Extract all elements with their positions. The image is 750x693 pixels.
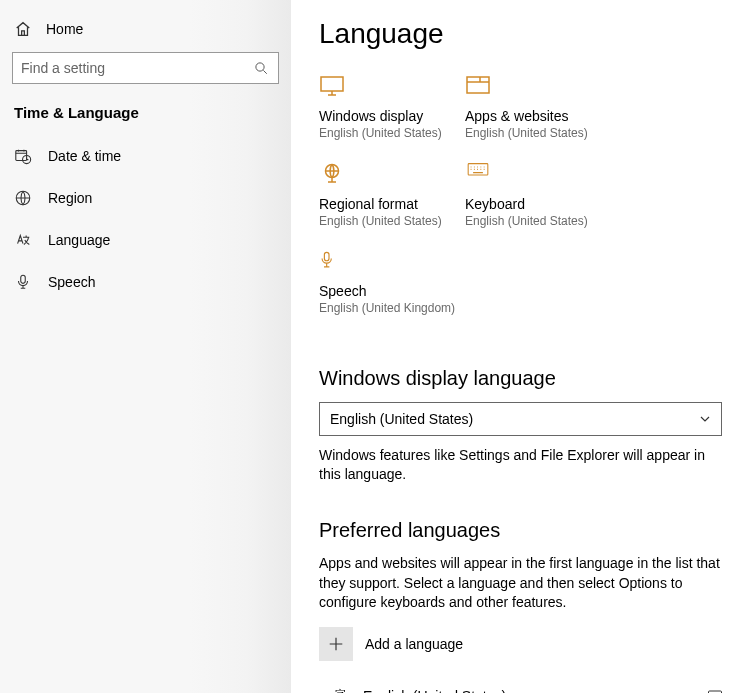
keyboard-icon	[465, 162, 491, 184]
tile-windows-display[interactable]: Windows display English (United States)	[319, 74, 465, 142]
sidebar-item-date-time[interactable]: Date & time	[0, 135, 291, 177]
svg-rect-5	[321, 77, 343, 91]
display-icon	[319, 74, 345, 96]
display-language-dropdown[interactable]: English (United States)	[319, 402, 722, 436]
main-content: Language Windows display English (United…	[291, 0, 750, 693]
page-title: Language	[319, 18, 722, 50]
tile-sublabel: English (United States)	[319, 214, 465, 230]
tile-label: Regional format	[319, 196, 465, 212]
tile-sublabel: English (United States)	[319, 126, 465, 142]
preferred-languages-description: Apps and websites will appear in the fir…	[319, 554, 722, 613]
language-icon	[14, 231, 32, 249]
sidebar-item-label: Date & time	[48, 148, 121, 164]
sidebar-section-title: Time & Language	[0, 98, 291, 135]
search-input[interactable]	[21, 60, 252, 76]
svg-rect-6	[467, 77, 489, 93]
tile-keyboard[interactable]: Keyboard English (United States)	[465, 162, 611, 230]
svg-rect-9	[324, 252, 329, 260]
display-language-heading: Windows display language	[319, 367, 722, 390]
tile-label: Apps & websites	[465, 108, 611, 124]
sidebar-item-label: Speech	[48, 274, 95, 290]
sidebar: Home Time & Language Date & time Region	[0, 0, 291, 693]
search-input-container[interactable]	[12, 52, 279, 84]
svg-rect-4	[21, 275, 26, 283]
tile-sublabel: English (United States)	[465, 126, 611, 142]
window-icon	[465, 74, 491, 96]
tile-sublabel: English (United Kingdom)	[319, 301, 465, 317]
tile-apps-websites[interactable]: Apps & websites English (United States)	[465, 74, 611, 142]
language-name: English (United States)	[353, 688, 686, 693]
plus-icon	[319, 627, 353, 661]
language-tiles: Windows display English (United States) …	[319, 74, 722, 337]
home-link[interactable]: Home	[0, 14, 291, 48]
globe-stand-icon	[319, 162, 345, 184]
microphone-icon	[319, 249, 345, 271]
language-row[interactable]: A 字 English (United States)	[319, 677, 722, 693]
language-glyph-icon: A 字	[319, 685, 353, 693]
display-language-description: Windows features like Settings and File …	[319, 446, 722, 485]
tile-regional-format[interactable]: Regional format English (United States)	[319, 162, 465, 230]
tile-speech[interactable]: Speech English (United Kingdom)	[319, 249, 465, 317]
sidebar-item-label: Region	[48, 190, 92, 206]
svg-text:字: 字	[335, 688, 346, 693]
svg-point-0	[255, 62, 263, 70]
sidebar-item-label: Language	[48, 232, 110, 248]
sidebar-item-language[interactable]: Language	[0, 219, 291, 261]
add-language-button[interactable]: Add a language	[319, 627, 722, 661]
calendar-clock-icon	[14, 147, 32, 165]
search-icon	[252, 59, 270, 77]
preferred-languages-heading: Preferred languages	[319, 519, 722, 542]
tile-label: Windows display	[319, 108, 465, 124]
globe-icon	[14, 189, 32, 207]
tile-label: Speech	[319, 283, 465, 299]
microphone-icon	[14, 273, 32, 291]
chevron-down-icon	[699, 413, 711, 425]
sidebar-item-speech[interactable]: Speech	[0, 261, 291, 303]
tile-sublabel: English (United States)	[465, 214, 611, 230]
dropdown-value: English (United States)	[330, 411, 473, 427]
sidebar-item-region[interactable]: Region	[0, 177, 291, 219]
home-label: Home	[46, 21, 83, 37]
home-icon	[14, 20, 32, 38]
add-language-label: Add a language	[365, 636, 463, 652]
tile-label: Keyboard	[465, 196, 611, 212]
